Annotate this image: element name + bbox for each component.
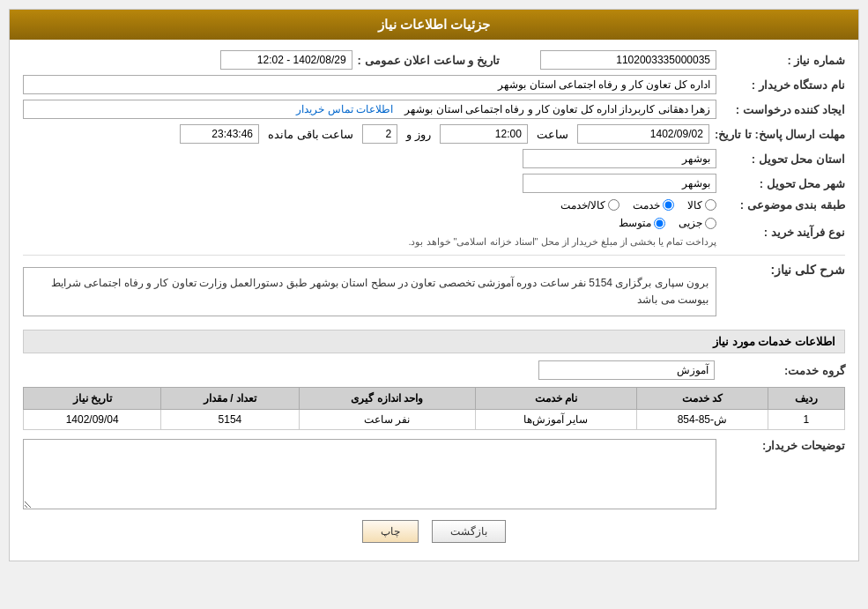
city-value: بوشهر [523, 174, 716, 193]
need-number-row: شماره نیاز : 1102003335000035 تاریخ و سا… [23, 50, 845, 70]
process-note: پرداخت تمام یا بخشی از مبلغ خریدار از مح… [408, 236, 716, 248]
col-header-service-name: نام خدمت [475, 388, 636, 410]
province-value: بوشهر [523, 149, 716, 168]
buyer-org-row: نام دستگاه خریدار : اداره کل تعاون کار و… [23, 75, 845, 94]
need-number-label: شماره نیاز : [722, 54, 845, 67]
back-button[interactable]: بازگشت [432, 520, 506, 543]
remaining-label: ساعت باقی مانده [268, 128, 353, 141]
page-wrapper: جزئیات اطلاعات نیاز شماره نیاز : 1102003… [0, 0, 868, 609]
buyer-notes-textarea[interactable] [23, 439, 716, 509]
description-value: برون سپاری برگزاری 5154 نفر ساعت دوره آم… [23, 267, 716, 316]
buyer-org-label: نام دستگاه خریدار : [722, 78, 845, 92]
page-header: جزئیات اطلاعات نیاز [10, 10, 858, 40]
category-option-kala-khedmat[interactable]: کالا/خدمت [560, 199, 619, 212]
divider-1 [23, 255, 845, 256]
buttons-row: بازگشت چاپ [23, 520, 845, 543]
content-area: شماره نیاز : 1102003335000035 تاریخ و سا… [10, 40, 858, 561]
service-group-value: آموزش [538, 360, 715, 380]
col-header-row-num: ردیف [768, 388, 844, 410]
publish-date-value: 1402/08/29 - 12:02 [220, 50, 352, 70]
process-type-label: نوع فرآیند خرید : [722, 226, 845, 239]
category-option-kala[interactable]: کالا [687, 199, 716, 212]
response-date-value: 1402/09/02 [577, 124, 709, 144]
publish-date-label: تاریخ و ساعت اعلان عمومی : [358, 54, 500, 67]
services-section-title: اطلاعات خدمات مورد نیاز [23, 330, 845, 353]
requester-row: ایجاد کننده درخواست : زهرا دهقانی کاربرد… [23, 100, 845, 119]
table-cell-unit: نفر ساعت [299, 410, 475, 430]
table-header-row: ردیف کد خدمت نام خدمت واحد اندازه گیری ت… [24, 388, 845, 410]
buyer-org-value: اداره کل تعاون کار و رفاه اجتماعی استان … [23, 75, 716, 94]
response-deadline-row: مهلت ارسال پاسخ: تا تاریخ: 1402/09/02 سا… [23, 124, 845, 144]
description-row: شرح کلی نیاز: برون سپاری برگزاری 5154 نف… [23, 263, 845, 321]
timer-value: 23:43:46 [180, 124, 259, 144]
province-row: استان محل تحویل : بوشهر [23, 149, 845, 168]
process-radio-group: جزیی متوسط [408, 217, 716, 229]
services-table: ردیف کد خدمت نام خدمت واحد اندازه گیری ت… [23, 387, 845, 430]
table-cell-date: 1402/09/04 [24, 410, 161, 430]
requester-value: زهرا دهقانی کاربرداز اداره کل تعاون کار … [23, 100, 716, 119]
description-label: شرح کلی نیاز: [722, 263, 845, 277]
table-cell-quantity: 5154 [161, 410, 299, 430]
requester-label: ایجاد کننده درخواست : [722, 103, 845, 116]
table-cell-service_name: سایر آموزش‌ها [475, 410, 636, 430]
col-header-unit: واحد اندازه گیری [299, 388, 475, 410]
table-cell-row_num: 1 [768, 410, 844, 430]
buyer-notes-label: توضیحات خریدار: [722, 439, 845, 452]
page-title: جزئیات اطلاعات نیاز [378, 17, 490, 32]
print-button[interactable]: چاپ [362, 520, 419, 543]
process-option-motavasset[interactable]: متوسط [619, 217, 665, 229]
requester-contact-link[interactable]: اطلاعات تماس خریدار [296, 103, 393, 115]
city-row: شهر محل تحویل : بوشهر [23, 174, 845, 193]
response-time-value: 12:00 [440, 124, 528, 144]
city-label: شهر محل تحویل : [722, 177, 845, 190]
need-number-value: 1102003335000035 [540, 50, 716, 70]
category-row: طبقه بندی موضوعی : کالا خدمت کالا/خدمت [23, 198, 845, 212]
response-deadline-label: مهلت ارسال پاسخ: تا تاریخ: [715, 128, 845, 141]
process-option-jezei[interactable]: جزیی [679, 217, 716, 229]
category-radio-group: کالا خدمت کالا/خدمت [560, 199, 716, 212]
col-header-service-code: کد خدمت [636, 388, 768, 410]
process-type-row: نوع فرآیند خرید : جزیی متوسط پرداخت تمام… [23, 217, 845, 248]
col-header-quantity: تعداد / مقدار [161, 388, 299, 410]
table-row: 1ش-85-854سایر آموزش‌هانفر ساعت51541402/0… [24, 410, 845, 430]
province-label: استان محل تحویل : [722, 152, 845, 166]
days-label: روز و [406, 128, 431, 141]
col-header-date: تاریخ نیاز [24, 388, 161, 410]
response-time-label: ساعت [537, 128, 568, 141]
service-group-row: گروه خدمت: آموزش [23, 360, 845, 380]
category-option-khedmat[interactable]: خدمت [633, 199, 674, 212]
buyer-notes-row: توضیحات خریدار: [23, 439, 845, 509]
service-group-label: گروه خدمت: [722, 364, 845, 377]
main-container: جزئیات اطلاعات نیاز شماره نیاز : 1102003… [9, 9, 859, 561]
table-cell-service_code: ش-85-854 [636, 410, 768, 430]
category-label: طبقه بندی موضوعی : [722, 198, 845, 212]
days-value: 2 [362, 124, 397, 144]
